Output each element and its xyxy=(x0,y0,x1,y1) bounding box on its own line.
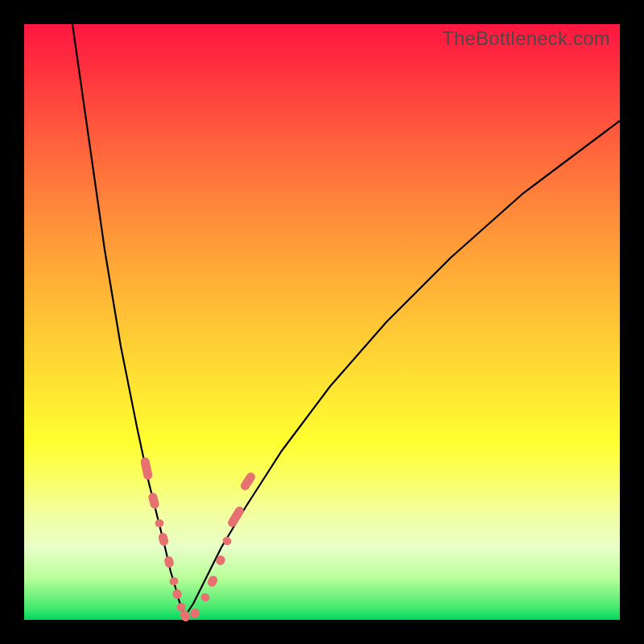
bead xyxy=(226,505,246,529)
beads-left xyxy=(140,456,192,622)
left-curve xyxy=(72,24,185,616)
bead xyxy=(158,532,170,547)
right-curve xyxy=(185,121,620,616)
bead xyxy=(239,471,257,492)
bead xyxy=(154,518,164,528)
plot-area: TheBottleneck.com xyxy=(24,24,620,620)
bead xyxy=(200,592,211,603)
bead xyxy=(206,574,219,588)
bead xyxy=(171,588,183,600)
bead xyxy=(147,492,160,510)
bead xyxy=(168,576,179,587)
curve-layer xyxy=(24,24,620,620)
bead xyxy=(163,555,175,568)
bead xyxy=(140,456,154,481)
chart-frame: TheBottleneck.com xyxy=(0,0,644,644)
